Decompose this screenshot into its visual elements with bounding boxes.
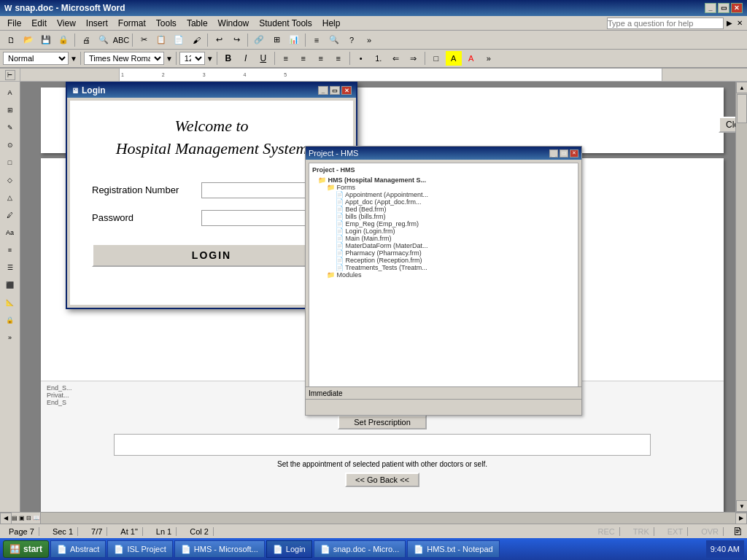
menu-view[interactable]: View — [53, 17, 80, 30]
scroll-up-btn[interactable]: ▲ — [736, 82, 747, 93]
dialog-minimize-btn[interactable]: _ — [318, 86, 328, 95]
menu-window[interactable]: Window — [214, 17, 254, 30]
left-tool-4[interactable]: ⊙ — [2, 137, 18, 153]
go-back-btn[interactable]: << Go Back << — [345, 472, 419, 487]
dialog-close-btn[interactable]: ✕ — [341, 86, 352, 95]
print-btn[interactable]: 🖨 — [78, 33, 94, 47]
paste-btn[interactable]: 📄 — [171, 33, 187, 47]
printpreview-btn[interactable]: 🔍 — [96, 33, 112, 47]
hms-minimize-btn[interactable]: _ — [549, 149, 558, 158]
scroll-down-btn[interactable]: ▼ — [736, 500, 747, 512]
close-button[interactable]: ✕ — [731, 3, 743, 13]
bold-btn[interactable]: B — [220, 51, 236, 66]
h-scroll-left-btn[interactable]: ◀ — [0, 513, 12, 524]
cut-btn[interactable]: ✂ — [136, 33, 152, 47]
left-tool-6[interactable]: ◇ — [2, 172, 18, 188]
table-btn[interactable]: ⊞ — [268, 33, 285, 47]
left-tool-2[interactable]: ⊞ — [2, 102, 18, 118]
menu-insert[interactable]: Insert — [82, 17, 112, 30]
help-btn[interactable]: ? — [344, 33, 360, 47]
restore-button[interactable]: ▭ — [718, 3, 729, 13]
minimize-button[interactable]: _ — [705, 3, 716, 13]
spellcheck-btn[interactable]: ABC — [113, 33, 129, 47]
taskbar-item-hms[interactable]: 📄 HMS - Microsoft... — [174, 540, 265, 558]
scroll-track[interactable] — [736, 93, 747, 500]
set-prescription-btn[interactable]: Set Prescription — [338, 415, 427, 429]
taskbar-item-isl[interactable]: 📄 ISL Project — [107, 540, 172, 558]
size-dropdown-arrow[interactable]: ▼ — [206, 55, 214, 63]
help-close-icon[interactable]: ✕ — [735, 19, 744, 27]
left-tool-13[interactable]: 📐 — [2, 295, 18, 311]
left-tool-14[interactable]: 🔒 — [2, 312, 18, 328]
save-btn[interactable]: 💾 — [38, 33, 54, 47]
decrease-indent-btn[interactable]: ⇐ — [388, 51, 404, 66]
more-format-btn[interactable]: » — [481, 51, 497, 66]
start-button[interactable]: 🪟 start — [3, 540, 49, 558]
align-justify-btn[interactable]: ≡ — [330, 51, 347, 66]
scroll-thumb[interactable] — [737, 94, 747, 123]
numbering-btn[interactable]: 1. — [371, 51, 387, 66]
taskbar-item-snap[interactable]: 📄 snap.doc - Micro... — [314, 540, 406, 558]
menu-tools[interactable]: Tools — [152, 17, 181, 30]
chart-btn[interactable]: 📊 — [286, 33, 302, 47]
more-btn[interactable]: » — [361, 33, 377, 47]
hms-window-controls[interactable]: _ ▭ ✕ — [549, 149, 578, 158]
menu-help[interactable]: Help — [318, 17, 345, 30]
align-left-btn[interactable]: ≡ — [278, 51, 294, 66]
docmap-btn[interactable]: ≡ — [309, 33, 325, 47]
title-bar-controls[interactable]: _ ▭ ✕ — [705, 3, 743, 13]
font-dropdown-arrow[interactable]: ▼ — [166, 55, 173, 63]
menu-table[interactable]: Table — [182, 17, 212, 30]
dialog-restore-btn[interactable]: ▭ — [330, 86, 340, 95]
hms-close-btn[interactable]: ✕ — [570, 149, 578, 158]
redo-btn[interactable]: ↪ — [228, 33, 244, 47]
menu-student-tools[interactable]: Student Tools — [255, 17, 317, 30]
left-tool-3[interactable]: ✎ — [2, 120, 18, 136]
login-button[interactable]: LOGIN — [92, 244, 331, 267]
left-tool-8[interactable]: 🖊 — [2, 207, 18, 223]
new-btn[interactable]: 🗋 — [3, 33, 19, 47]
menu-format[interactable]: Format — [114, 17, 150, 30]
bullets-btn[interactable]: • — [353, 51, 369, 66]
formatpaint-btn[interactable]: 🖌 — [188, 33, 204, 47]
border-btn[interactable]: □ — [428, 51, 444, 66]
left-tool-5[interactable]: □ — [2, 155, 18, 171]
zoom-btn[interactable]: 🔍 — [326, 33, 342, 47]
hyperlink-btn[interactable]: 🔗 — [251, 33, 267, 47]
dialog-title-controls[interactable]: _ ▭ ✕ — [318, 86, 352, 95]
copy-btn[interactable]: 📋 — [153, 33, 169, 47]
align-right-btn[interactable]: ≡ — [313, 51, 329, 66]
left-tool-12[interactable]: ⬛ — [2, 277, 18, 293]
undo-btn[interactable]: ↩ — [211, 33, 227, 47]
size-dropdown[interactable]: 12 — [179, 52, 205, 65]
h-scroll-track[interactable] — [41, 513, 735, 524]
menu-edit[interactable]: Edit — [27, 17, 51, 30]
left-tool-15[interactable]: » — [2, 330, 18, 346]
left-tool-11[interactable]: ☰ — [2, 260, 18, 276]
ruler-icon[interactable]: ⊢ — [5, 70, 15, 80]
left-tool-9[interactable]: Aa — [2, 225, 18, 241]
close-outside-btn[interactable]: Close — [719, 117, 735, 133]
style-dropdown-arrow[interactable]: ▼ — [70, 55, 77, 63]
italic-btn[interactable]: I — [238, 51, 254, 66]
fontcolor-btn[interactable]: A — [463, 51, 479, 66]
help-search-input[interactable] — [607, 18, 724, 29]
left-tool-1[interactable]: A — [2, 85, 18, 101]
left-tool-10[interactable]: ≡ — [2, 242, 18, 258]
view-layout-btn[interactable]: ⊟ — [26, 515, 31, 521]
view-reading-btn[interactable]: 📖 — [33, 515, 40, 521]
taskbar-item-abstract[interactable]: 📄 Abstract — [50, 540, 106, 558]
left-tool-7[interactable]: △ — [2, 190, 18, 206]
font-dropdown[interactable]: Times New Roman — [84, 52, 164, 65]
menu-file[interactable]: File — [3, 17, 26, 30]
underline-btn[interactable]: U — [255, 51, 271, 66]
h-scroll-right-btn[interactable]: ▶ — [735, 513, 747, 524]
help-search-btn[interactable]: ▶ — [725, 19, 734, 27]
view-normal-btn[interactable]: ▤ — [12, 515, 18, 521]
taskbar-item-login[interactable]: 📄 Login — [266, 540, 312, 558]
align-center-btn[interactable]: ≡ — [295, 51, 311, 66]
view-outline-btn[interactable]: ▣ — [19, 515, 25, 521]
open-btn[interactable]: 📂 — [20, 33, 36, 47]
style-dropdown[interactable]: Normal — [3, 52, 69, 65]
taskbar-item-notepad[interactable]: 📄 HMS.txt - Notepad — [407, 540, 499, 558]
